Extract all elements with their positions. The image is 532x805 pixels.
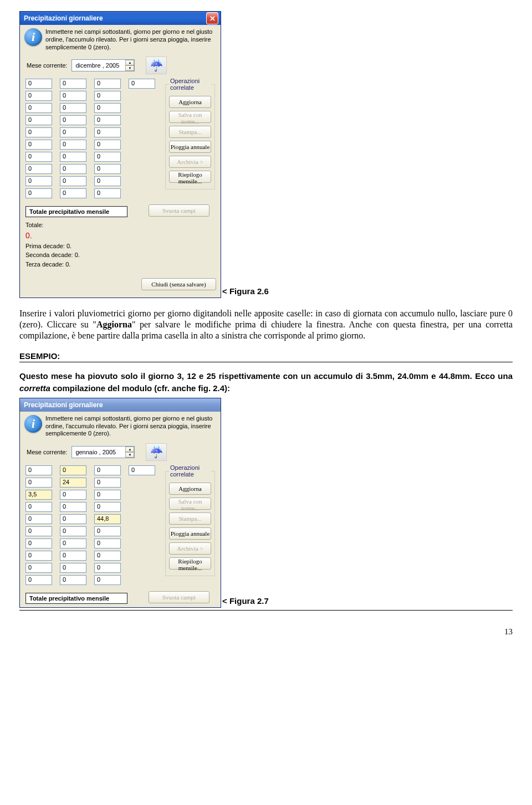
day-input[interactable]: 0 xyxy=(60,127,86,137)
day-input[interactable]: 0 xyxy=(94,490,121,500)
day-input[interactable]: 0 xyxy=(94,575,121,585)
day-input[interactable]: 0 xyxy=(94,526,121,536)
pioggia-button[interactable]: Pioggia annuale xyxy=(169,141,211,153)
day-input[interactable]: 0 xyxy=(60,176,86,186)
stampa-button[interactable]: Stampa... xyxy=(169,126,211,138)
riepilogo-button[interactable]: Riepilogo mensile... xyxy=(169,171,211,183)
umbrella-icon: ☔ xyxy=(146,57,167,74)
day-input[interactable]: 0 xyxy=(25,91,52,101)
figure-caption-1: < Figura 2.6 xyxy=(222,286,269,296)
day-input[interactable]: 0 xyxy=(94,152,121,162)
info-text: Immettere nei campi sottostanti, giorno … xyxy=(45,415,216,438)
day-input[interactable]: 0 xyxy=(94,103,121,113)
spin-up-icon[interactable]: ▲ xyxy=(125,447,134,452)
ops-panel: Operazioni correlate Aggiorna Salva con … xyxy=(165,78,215,189)
day-input[interactable]: 0 xyxy=(94,478,121,488)
aggiorna-button[interactable]: Aggiorna xyxy=(169,483,211,495)
day-input[interactable]: 0 xyxy=(25,164,52,174)
day-input[interactable]: 0 xyxy=(60,79,86,89)
day-input[interactable]: 0 xyxy=(25,563,52,573)
day-input[interactable]: 0 xyxy=(94,176,121,186)
aggiorna-button[interactable]: Aggiorna xyxy=(169,96,211,108)
day-input[interactable]: 0 xyxy=(94,115,121,125)
day-input[interactable]: 0 xyxy=(60,91,86,101)
window-title: Precipitazioni giornaliere xyxy=(22,401,218,409)
salva-button[interactable]: Salva con nome... xyxy=(169,111,211,123)
day-input[interactable]: 0 xyxy=(60,152,86,162)
month-combo[interactable]: dicembre , 2005 ▲ ▼ xyxy=(71,59,135,71)
page-number: 13 xyxy=(19,627,513,637)
day-input[interactable]: 0 xyxy=(60,490,86,500)
spin-down-icon[interactable]: ▼ xyxy=(125,452,134,458)
divider xyxy=(19,362,513,362)
day-input[interactable]: 0 xyxy=(94,563,121,573)
day-input[interactable]: 0 xyxy=(60,502,86,512)
example-heading: ESEMPIO: xyxy=(19,351,513,361)
divider xyxy=(19,610,513,611)
day-input[interactable]: 0 xyxy=(94,79,121,89)
day-input[interactable]: 0 xyxy=(60,164,86,174)
titlebar[interactable]: Precipitazioni giornaliere ✕ xyxy=(20,12,221,25)
svuota-button[interactable]: Svuota campi xyxy=(149,204,209,217)
day-input[interactable]: 0 xyxy=(25,575,52,585)
day-input[interactable]: 0 xyxy=(60,563,86,573)
day-input[interactable]: 0 xyxy=(60,103,86,113)
month-combo[interactable]: gennaio , 2005 ▲ ▼ xyxy=(71,446,135,458)
titlebar[interactable]: Precipitazioni giornaliere xyxy=(20,398,221,412)
day-input[interactable]: 0 xyxy=(60,575,86,585)
chiudi-button[interactable]: Chiudi (senza salvare) xyxy=(141,278,216,290)
paragraph-1: Inserire i valori pluviometrici giorno p… xyxy=(19,308,513,341)
example-body: Questo mese ha piovuto solo il giorno 3,… xyxy=(19,370,513,394)
riepilogo-button[interactable]: Riepilogo mensile... xyxy=(169,557,211,570)
day-input[interactable]: 0 xyxy=(25,176,52,186)
day-input[interactable]: 0 xyxy=(60,140,86,150)
day-input[interactable]: 0 xyxy=(25,140,52,150)
day-input[interactable]: 0 xyxy=(94,127,121,137)
close-icon[interactable]: ✕ xyxy=(206,12,218,24)
day-input[interactable]: 3,5 xyxy=(25,490,52,500)
day-input[interactable]: 0 xyxy=(25,152,52,162)
pioggia-button[interactable]: Pioggia annuale xyxy=(169,527,211,540)
day-input[interactable]: 0 xyxy=(25,79,52,89)
day-input[interactable]: 0 xyxy=(25,526,52,536)
day-input[interactable]: 0 xyxy=(60,514,86,524)
archivia-button[interactable]: Archivia > xyxy=(169,156,211,168)
day-input[interactable]: 0 xyxy=(60,465,86,475)
day-input[interactable]: 0 xyxy=(129,465,155,475)
day-input[interactable]: 44,8 xyxy=(94,514,121,524)
day-input[interactable]: 0 xyxy=(60,539,86,548)
day-input[interactable]: 0 xyxy=(25,478,52,488)
figure-caption-2: < Figura 2.7 xyxy=(222,596,269,606)
day-input[interactable]: 0 xyxy=(94,140,121,150)
day-input[interactable]: 0 xyxy=(60,526,86,536)
svuota-button[interactable]: Svuota campi xyxy=(149,591,209,603)
day-input[interactable]: 0 xyxy=(60,115,86,125)
day-input[interactable]: 0 xyxy=(60,551,86,561)
day-input[interactable]: 24 xyxy=(60,478,86,488)
archivia-button[interactable]: Archivia > xyxy=(169,542,211,555)
day-input[interactable]: 0 xyxy=(25,188,52,198)
day-input[interactable]: 0 xyxy=(25,465,52,475)
day-input[interactable]: 0 xyxy=(94,502,121,512)
day-input[interactable]: 0 xyxy=(25,502,52,512)
day-input[interactable]: 0 xyxy=(25,127,52,137)
day-input[interactable]: 0 xyxy=(94,164,121,174)
total-box: Totale precipitativo mensile xyxy=(25,206,127,217)
day-input[interactable]: 0 xyxy=(94,551,121,561)
day-input[interactable]: 0 xyxy=(25,539,52,548)
spin-down-icon[interactable]: ▼ xyxy=(125,65,134,71)
info-icon: i xyxy=(24,415,42,433)
stampa-button[interactable]: Stampa... xyxy=(169,512,211,525)
day-input[interactable]: 0 xyxy=(60,188,86,198)
day-input[interactable]: 0 xyxy=(129,79,155,89)
day-input[interactable]: 0 xyxy=(94,188,121,198)
day-input[interactable]: 0 xyxy=(25,514,52,524)
day-input[interactable]: 0 xyxy=(94,91,121,101)
day-input[interactable]: 0 xyxy=(25,103,52,113)
spin-up-icon[interactable]: ▲ xyxy=(125,60,134,65)
day-input[interactable]: 0 xyxy=(25,551,52,561)
day-input[interactable]: 0 xyxy=(94,465,121,475)
day-input[interactable]: 0 xyxy=(25,115,52,125)
day-input[interactable]: 0 xyxy=(94,539,121,548)
salva-button[interactable]: Salva con nome... xyxy=(169,498,211,510)
